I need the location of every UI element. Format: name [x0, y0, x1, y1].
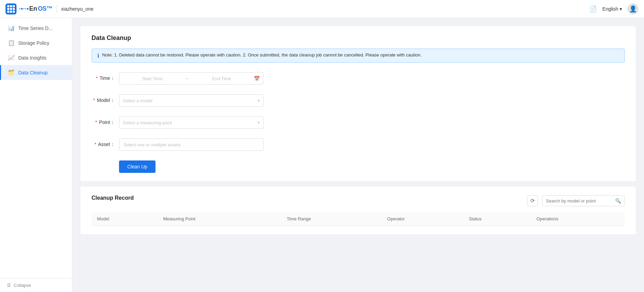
col-operations: Operations — [531, 212, 625, 226]
time-label-text: Time — [99, 75, 110, 81]
asset-label: * Asset： — [92, 142, 119, 148]
start-time-placeholder: Start Time — [123, 76, 182, 81]
point-label: * Point： — [92, 119, 119, 126]
search-box[interactable]: 🔍 — [542, 195, 625, 206]
asset-input-container: Select one or multiple assets — [119, 138, 264, 151]
sidebar: 📊 Time Series D... 📋 Storage Policy 📈 Da… — [0, 18, 72, 292]
col-measuring-point: Measuring Point — [158, 212, 281, 226]
sidebar-collapse-button[interactable]: ☰ Collapse — [0, 278, 72, 292]
alert-info: ℹ Note: 1. Deleted data cannot be restor… — [92, 49, 625, 63]
alert-text: Note: 1. Deleted data cannot be restored… — [102, 52, 422, 58]
storage-policy-icon: 📋 — [8, 40, 15, 46]
page-title: Data Cleanup — [92, 34, 625, 42]
col-model: Model — [92, 212, 158, 226]
clean-up-button[interactable]: Clean Up — [119, 160, 155, 173]
point-select-container: Select a measuring point ▾ — [119, 116, 264, 129]
refresh-icon: ⟳ — [530, 198, 535, 204]
main-content: Data Cleanup ℹ Note: 1. Deleted data can… — [72, 18, 644, 292]
topbar-right: 📄 English ▾ 👤 — [589, 3, 638, 14]
data-insights-icon: 📈 — [8, 54, 15, 61]
main-layout: 📊 Time Series D... 📋 Storage Policy 📈 Da… — [0, 18, 644, 292]
data-cleanup-icon: 🗂️ — [8, 69, 15, 76]
app-grid-icon[interactable] — [6, 3, 17, 14]
sidebar-item-label: Storage Policy — [18, 40, 49, 46]
sidebar-item-label: Data Cleanup — [18, 70, 48, 75]
sidebar-item-time-series[interactable]: 📊 Time Series D... — [0, 21, 72, 35]
time-range-input[interactable]: Start Time ～ End Time 📅 — [119, 72, 264, 85]
enos-dots-icon — [19, 8, 29, 10]
avatar[interactable]: 👤 — [627, 3, 638, 14]
required-star: * — [96, 75, 97, 81]
search-icon: 🔍 — [615, 198, 621, 204]
time-separator: ～ — [185, 75, 190, 82]
point-placeholder: Select a measuring point — [123, 120, 172, 125]
model-select[interactable]: Select a model ▾ — [119, 94, 264, 107]
required-star: * — [95, 119, 97, 125]
end-time-placeholder: End Time — [192, 76, 251, 81]
col-time-range: Time Range — [281, 212, 382, 226]
chevron-down-icon: ▾ — [258, 120, 260, 125]
info-icon: ℹ — [97, 53, 99, 59]
record-section-title: Cleanup Record — [92, 195, 134, 201]
data-cleanup-card: Data Cleanup ℹ Note: 1. Deleted data can… — [80, 26, 636, 181]
asset-input[interactable]: Select one or multiple assets — [119, 138, 264, 151]
required-star: * — [93, 97, 95, 103]
required-star: * — [94, 142, 96, 147]
model-label-text: Model — [97, 97, 110, 103]
form-row-model: * Model： Select a model ▾ — [92, 94, 625, 107]
record-actions: ⟳ 🔍 — [527, 195, 625, 206]
sidebar-item-label: Data Insights — [18, 55, 46, 61]
form-row-asset: * Asset： Select one or multiple assets — [92, 138, 625, 151]
record-header: Cleanup Record ⟳ 🔍 — [92, 195, 625, 207]
form-row-point: * Point： Select a measuring point ▾ — [92, 116, 625, 129]
form-row-submit: Clean Up — [119, 160, 625, 173]
topbar-divider — [57, 5, 57, 13]
point-select[interactable]: Select a measuring point ▾ — [119, 116, 264, 129]
enos-logo: En OS™ — [19, 5, 53, 12]
table-header-row: Model Measuring Point Time Range Operato… — [92, 212, 625, 226]
chevron-down-icon: ▾ — [620, 6, 622, 12]
topbar: En OS™ xiazhenyu_one 📄 English ▾ 👤 — [0, 0, 644, 18]
cleanup-record-card: Cleanup Record ⟳ 🔍 Model Measuring — [80, 187, 636, 234]
sidebar-item-data-insights[interactable]: 📈 Data Insights — [0, 50, 72, 65]
doc-icon[interactable]: 📄 — [589, 5, 597, 13]
logo-area: En OS™ — [6, 3, 53, 14]
point-label-text: Point — [99, 119, 110, 125]
refresh-button[interactable]: ⟳ — [527, 195, 538, 206]
asset-placeholder: Select one or multiple assets — [124, 142, 181, 147]
enos-os-text: OS™ — [38, 5, 53, 12]
sidebar-item-storage-policy[interactable]: 📋 Storage Policy — [0, 35, 72, 50]
time-series-icon: 📊 — [8, 25, 15, 31]
sidebar-item-data-cleanup[interactable]: 🗂️ Data Cleanup — [0, 65, 72, 80]
calendar-icon: 📅 — [254, 76, 260, 81]
cleanup-record-table: Model Measuring Point Time Range Operato… — [92, 212, 625, 226]
model-placeholder: Select a model — [123, 98, 152, 103]
enos-en-text: En — [29, 5, 37, 12]
col-status: Status — [463, 212, 531, 226]
search-input[interactable] — [546, 198, 612, 204]
model-select-container: Select a model ▾ — [119, 94, 264, 107]
sidebar-item-label: Time Series D... — [18, 25, 53, 31]
col-operator: Operator — [382, 212, 463, 226]
table-header: Model Measuring Point Time Range Operato… — [92, 212, 625, 226]
lang-label: English — [602, 6, 618, 12]
language-selector[interactable]: English ▾ — [602, 6, 622, 12]
asset-label-text: Asset — [98, 142, 110, 147]
collapse-label: Collapse — [14, 283, 31, 288]
time-range-picker: Start Time ～ End Time 📅 — [119, 72, 264, 85]
collapse-icon: ☰ — [7, 283, 11, 288]
topbar-username: xiazhenyu_one — [61, 6, 94, 12]
form-row-time: * Time： Start Time ～ End Time 📅 — [92, 72, 625, 85]
chevron-down-icon: ▾ — [258, 98, 260, 103]
time-label: * Time： — [92, 75, 119, 82]
model-label: * Model： — [92, 97, 119, 104]
